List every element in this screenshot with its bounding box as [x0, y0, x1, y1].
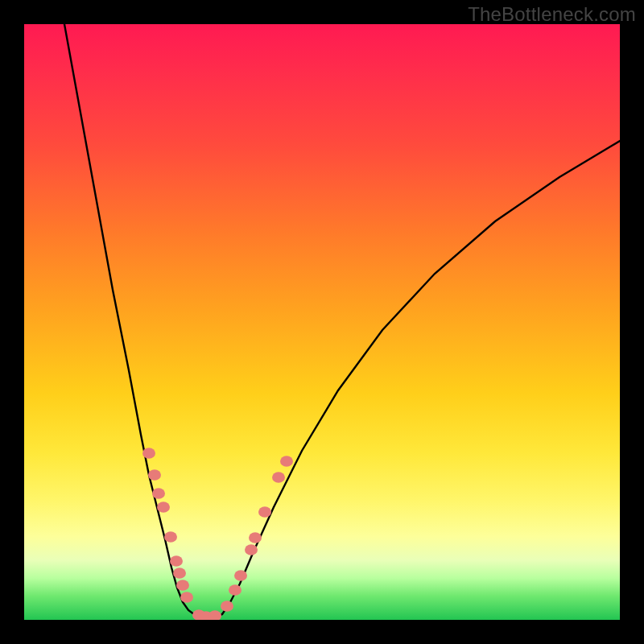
curve-marker: [221, 601, 233, 612]
curve-marker: [272, 472, 285, 483]
curve-marker: [170, 555, 183, 567]
curve-marker: [249, 532, 262, 543]
curve-marker: [176, 580, 189, 591]
curve-marker: [164, 531, 177, 543]
curve-marker: [142, 448, 155, 459]
curve-marker: [208, 610, 221, 620]
curve-marker: [258, 506, 271, 518]
curve-marker: [157, 502, 170, 513]
marker-layer: [142, 448, 293, 620]
curve-marker: [234, 570, 247, 581]
curve-marker: [229, 584, 242, 596]
curve-marker: [180, 592, 193, 603]
curve-marker: [173, 568, 186, 579]
curve-marker: [245, 544, 258, 555]
bottleneck-curve: [64, 24, 620, 617]
plot-area: [24, 24, 620, 620]
curve-marker: [152, 488, 165, 499]
curve-marker: [280, 456, 293, 467]
chart-frame: TheBottleneck.com: [0, 0, 644, 644]
curve-marker: [148, 469, 161, 481]
chart-svg: [24, 24, 620, 620]
watermark-text: TheBottleneck.com: [468, 3, 636, 26]
